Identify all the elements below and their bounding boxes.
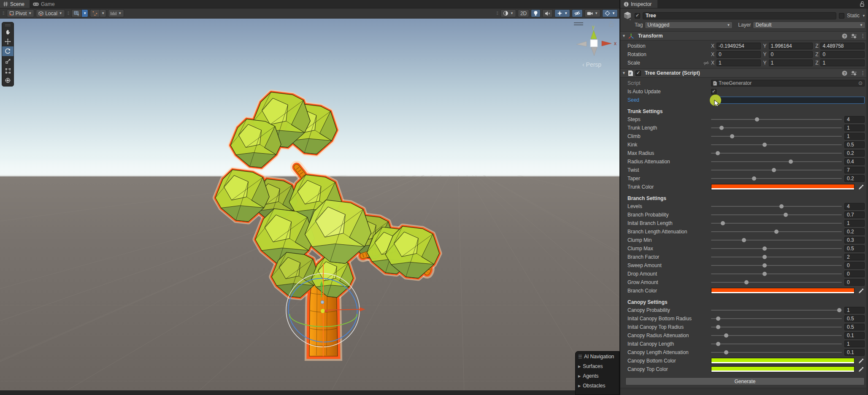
eyedropper-icon[interactable] bbox=[857, 288, 865, 294]
value-field[interactable]: 4 bbox=[844, 203, 865, 210]
color-swatch[interactable] bbox=[711, 366, 854, 372]
y-axis-cone[interactable] bbox=[591, 30, 597, 39]
value-field[interactable]: 0.3 bbox=[844, 237, 865, 243]
value-field[interactable]: 1 bbox=[844, 133, 865, 140]
slider-track[interactable] bbox=[711, 257, 842, 257]
toolbar-grip[interactable]: ⁞⁞ bbox=[2, 11, 5, 16]
slider-handle[interactable] bbox=[755, 117, 759, 122]
persp-label[interactable]: ‹ Persp bbox=[582, 61, 601, 68]
slider-track[interactable] bbox=[711, 265, 842, 266]
rect-tool-button[interactable] bbox=[2, 66, 14, 76]
value-field[interactable]: 0.5 bbox=[844, 141, 865, 148]
slider-handle[interactable] bbox=[763, 246, 767, 251]
tree-generator-menu-icon[interactable]: ⋮ bbox=[860, 70, 865, 76]
slider-track[interactable] bbox=[711, 310, 842, 311]
overlay-lock-icon[interactable] bbox=[609, 22, 613, 27]
transform-foldout[interactable]: ▼ bbox=[622, 34, 626, 38]
ai-nav-surfaces[interactable]: ▶Surfaces bbox=[578, 363, 619, 369]
slider-track[interactable] bbox=[711, 282, 842, 283]
toolbar-grip3[interactable]: ⁞⁞ bbox=[495, 11, 499, 16]
rotation-x-field[interactable]: 0 bbox=[717, 51, 761, 58]
presets-icon[interactable] bbox=[851, 71, 857, 76]
value-field[interactable]: 1 bbox=[844, 220, 865, 227]
is-auto-update-checkbox[interactable] bbox=[711, 89, 717, 95]
slider-track[interactable] bbox=[711, 344, 842, 344]
view-tool-button[interactable] bbox=[2, 27, 14, 37]
slider-track[interactable] bbox=[711, 136, 842, 137]
slider-track[interactable] bbox=[711, 206, 842, 207]
ai-nav-obstacles[interactable]: ▶Obstacles bbox=[578, 383, 619, 389]
rotation-z-field[interactable]: 0 bbox=[820, 51, 865, 58]
value-field[interactable]: 0.4 bbox=[844, 158, 865, 165]
component-enabled-checkbox[interactable] bbox=[635, 70, 641, 76]
generate-button[interactable]: Generate bbox=[625, 377, 865, 385]
slider-track[interactable] bbox=[711, 273, 842, 274]
left-axis-cone[interactable] bbox=[576, 41, 587, 46]
scene-viewport[interactable]: 2 : bbox=[0, 19, 619, 395]
slider-track[interactable] bbox=[711, 119, 842, 120]
slider-track[interactable] bbox=[711, 327, 842, 327]
slider-handle[interactable] bbox=[724, 333, 728, 338]
transform-tool-button[interactable] bbox=[2, 76, 14, 85]
eyedropper-icon[interactable] bbox=[857, 358, 865, 364]
tree-generator-header[interactable]: ▼ # Tree Generator (Script) ? ⋮ bbox=[620, 68, 868, 78]
position-z-field[interactable]: 4.489758 bbox=[820, 43, 865, 49]
tag-dropdown[interactable]: Untagged▼ bbox=[645, 22, 733, 29]
slider-handle[interactable] bbox=[763, 263, 767, 268]
slider-track[interactable] bbox=[711, 170, 842, 170]
down-axis-cone[interactable] bbox=[591, 47, 597, 56]
grid-visibility-button[interactable]: Y bbox=[71, 9, 81, 17]
tab-scene[interactable]: Scene bbox=[0, 0, 30, 8]
scale-y-field[interactable]: 1 bbox=[769, 60, 813, 66]
slider-handle[interactable] bbox=[730, 134, 734, 138]
value-field[interactable]: 0.2 bbox=[844, 228, 865, 235]
slider-track[interactable] bbox=[711, 352, 842, 353]
slider-track[interactable] bbox=[711, 214, 842, 215]
move-tool-button[interactable] bbox=[2, 37, 14, 46]
value-field[interactable]: 0 bbox=[844, 279, 865, 286]
inspector-scrollbar[interactable] bbox=[866, 8, 868, 395]
slider-track[interactable] bbox=[711, 223, 842, 224]
transform-header[interactable]: ▼ Transform ? ⋮ bbox=[620, 31, 868, 41]
layer-dropdown[interactable]: Default▼ bbox=[753, 22, 865, 29]
slider-handle[interactable] bbox=[772, 168, 776, 172]
2d-toggle-button[interactable]: 2D bbox=[518, 9, 529, 17]
value-field[interactable]: 0.1 bbox=[844, 349, 865, 356]
slider-track[interactable] bbox=[711, 240, 842, 241]
position-y-field[interactable]: 1.996164 bbox=[769, 43, 813, 49]
script-object-field[interactable]: # TreeGenerator ⊙ bbox=[711, 80, 865, 87]
value-field[interactable]: 7 bbox=[844, 167, 865, 173]
overlay-menu-icon[interactable] bbox=[574, 23, 583, 25]
slider-handle[interactable] bbox=[763, 143, 767, 147]
slider-handle[interactable] bbox=[716, 325, 720, 329]
value-field[interactable]: 0.5 bbox=[844, 324, 865, 330]
slider-handle[interactable] bbox=[752, 176, 756, 181]
audio-mute-button[interactable] bbox=[542, 9, 553, 17]
grid-snap-button[interactable] bbox=[90, 9, 100, 17]
scale-link-icon[interactable] bbox=[703, 60, 709, 66]
value-field[interactable]: 0.5 bbox=[844, 245, 865, 252]
gizmos-button[interactable]: ▼ bbox=[602, 9, 618, 17]
grid-snap-dropdown[interactable]: ▼ bbox=[100, 9, 106, 17]
value-field[interactable]: 0.2 bbox=[844, 175, 865, 182]
value-field[interactable]: 0 bbox=[844, 262, 865, 269]
slider-handle[interactable] bbox=[716, 317, 720, 321]
grid-visibility-dropdown[interactable]: ▼ bbox=[81, 9, 88, 17]
value-field[interactable]: 0 bbox=[844, 271, 865, 277]
slider-handle[interactable] bbox=[763, 255, 767, 259]
tools-grip[interactable] bbox=[2, 24, 14, 27]
gameobject-active-checkbox[interactable] bbox=[635, 13, 640, 19]
gameobject-cube-icon[interactable] bbox=[623, 11, 632, 20]
slider-track[interactable] bbox=[711, 127, 842, 128]
slider-handle[interactable] bbox=[774, 230, 779, 234]
color-swatch[interactable] bbox=[711, 358, 854, 364]
value-field[interactable]: 1 bbox=[844, 307, 865, 314]
scene-lighting-button[interactable] bbox=[531, 9, 541, 17]
position-x-field[interactable]: -0.1949254 bbox=[717, 43, 761, 49]
help-icon[interactable]: ? bbox=[842, 33, 847, 39]
eyedropper-icon[interactable] bbox=[857, 367, 865, 372]
scene-visibility-button[interactable] bbox=[572, 9, 583, 17]
toolbar-grip2[interactable]: ⁞⁞ bbox=[67, 11, 70, 16]
static-dropdown-caret[interactable]: ▼ bbox=[862, 14, 865, 18]
slider-track[interactable] bbox=[711, 231, 842, 232]
